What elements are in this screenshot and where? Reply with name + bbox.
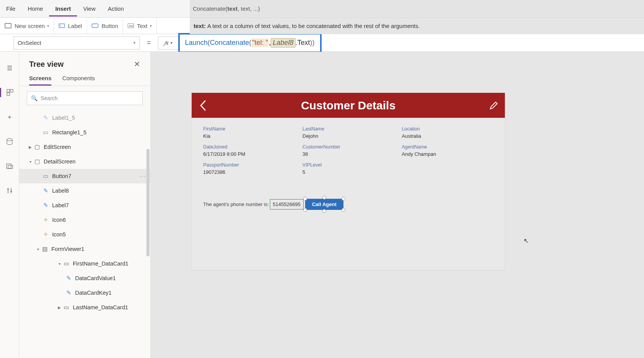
advanced-tools-icon[interactable] bbox=[5, 186, 14, 195]
back-icon[interactable] bbox=[192, 100, 214, 111]
screen-icon: ▢ bbox=[34, 144, 41, 150]
param-description: A text or a column of text values, to be… bbox=[207, 23, 420, 29]
new-screen-button[interactable]: New screen ▾ bbox=[0, 18, 54, 34]
call-agent-button[interactable]: Call Agent bbox=[305, 199, 343, 210]
insert-icon[interactable]: ＋ bbox=[5, 112, 14, 122]
sig-param-active: text bbox=[227, 5, 238, 12]
icon-icon: ✧ bbox=[42, 231, 49, 238]
insert-label-text: Label bbox=[68, 23, 82, 29]
property-row: OnSelect ▾ = 𝑓x ▾ Launch(Concatenate("te… bbox=[0, 34, 644, 52]
property-selector[interactable]: OnSelect ▾ bbox=[13, 36, 140, 49]
label-icon bbox=[59, 23, 65, 29]
screen-icon: ▢ bbox=[34, 158, 41, 165]
tab-screens[interactable]: Screens bbox=[29, 75, 51, 86]
property-name: OnSelect bbox=[18, 40, 41, 46]
hamburger-icon[interactable]: ☰ bbox=[5, 63, 14, 73]
edit-icon[interactable] bbox=[483, 101, 505, 111]
canvas[interactable]: Customer Details FirstName LastName Loca… bbox=[151, 52, 644, 358]
scrollbar-thumb[interactable] bbox=[146, 149, 150, 256]
resize-handle[interactable] bbox=[303, 197, 307, 201]
formula-bar[interactable]: Launch(Concatenate("tel: ", Label8.Text)… bbox=[178, 33, 322, 53]
field-label-firstname: FirstName bbox=[203, 125, 295, 132]
chevron-down-icon[interactable]: ▾ bbox=[34, 247, 41, 251]
tree-view-panel: Tree view ✕ Screens Components 🔍 Search … bbox=[19, 52, 151, 358]
left-rail: ☰ ＋ bbox=[0, 52, 19, 358]
label-icon: ✎ bbox=[42, 188, 49, 194]
tree-item-detailscreen[interactable]: ▾ ▢ DetailScreen bbox=[19, 154, 150, 169]
tree-item-lastname-datacard1[interactable]: ▶ ▭ LastName_DataCard1 bbox=[19, 300, 150, 315]
tree-item-icon6[interactable]: ✧ Icon6 bbox=[19, 213, 150, 227]
tree-list[interactable]: ✎ Label1_5 ▭ Rectangle1_5 ▶ ▢ EditScreen… bbox=[19, 111, 150, 348]
app-screen: Customer Details FirstName LastName Loca… bbox=[192, 93, 505, 270]
menu-view[interactable]: View bbox=[77, 1, 102, 16]
resize-handle[interactable] bbox=[303, 208, 307, 212]
tree-item-label: Label1_5 bbox=[52, 115, 75, 121]
tree-item-rectangle1-5[interactable]: ▭ Rectangle1_5 bbox=[19, 125, 150, 140]
chevron-down-icon[interactable]: ▾ bbox=[56, 262, 63, 266]
chevron-down-icon[interactable]: ▾ bbox=[27, 160, 34, 164]
insert-label-button[interactable]: Label bbox=[54, 18, 87, 34]
fx-button[interactable]: 𝑓x ▾ bbox=[158, 36, 180, 49]
menu-insert[interactable]: Insert bbox=[49, 1, 77, 16]
chevron-right-icon[interactable]: ▶ bbox=[27, 145, 34, 149]
tree-item-formviewer1[interactable]: ▾ ▤ FormViewer1 bbox=[19, 242, 150, 256]
more-icon[interactable]: ··· bbox=[140, 173, 146, 179]
tree-item-datacardkey1[interactable]: ✎ DataCardKey1 bbox=[19, 285, 150, 300]
tree-view-title: Tree view bbox=[29, 60, 64, 69]
tree-item-datacardvalue1[interactable]: ✎ DataCardValue1 bbox=[19, 271, 150, 285]
tree-item-button7[interactable]: ▭ Button7 ··· bbox=[19, 169, 150, 183]
screen-icon bbox=[5, 23, 12, 28]
insert-button-button[interactable]: Button bbox=[87, 18, 123, 34]
tree-item-firstname-datacard1[interactable]: ▾ ▭ FirstName_DataCard1 bbox=[19, 256, 150, 271]
close-icon[interactable]: ✕ bbox=[134, 59, 140, 69]
tab-components[interactable]: Components bbox=[62, 75, 95, 86]
insert-text-button[interactable]: Abc Text ▾ bbox=[123, 18, 157, 34]
function-signature: Concatenate( text , text, ...) bbox=[190, 0, 644, 18]
formula-token-concat: Concatenate bbox=[210, 39, 249, 47]
resize-handle[interactable] bbox=[342, 208, 345, 212]
tree-item-label: DataCardValue1 bbox=[75, 275, 116, 281]
app-header: Customer Details bbox=[192, 93, 505, 118]
field-label-passport: PassportNumber bbox=[203, 161, 295, 168]
tree-item-label: Icon6 bbox=[52, 217, 66, 223]
svg-rect-0 bbox=[5, 23, 11, 28]
svg-rect-7 bbox=[7, 93, 10, 96]
field-label-customernumber: CustomerNumber bbox=[302, 143, 394, 150]
tree-item-icon5[interactable]: ✧ Icon5 bbox=[19, 227, 150, 242]
tree-item-label1-5[interactable]: ✎ Label1_5 bbox=[19, 111, 150, 125]
parameter-hint: text: A text or a column of text values,… bbox=[190, 18, 644, 34]
tree-item-label7[interactable]: ✎ Label7 bbox=[19, 198, 150, 213]
chevron-down-icon: ▾ bbox=[133, 40, 136, 45]
tree-item-label: DataCardKey1 bbox=[75, 290, 112, 296]
menu-file[interactable]: File bbox=[0, 1, 21, 16]
tree-item-editscreen[interactable]: ▶ ▢ EditScreen bbox=[19, 140, 150, 154]
button-icon: ▭ bbox=[42, 173, 49, 179]
menu-home[interactable]: Home bbox=[21, 1, 49, 16]
sig-params-rest: , text, ...) bbox=[238, 5, 260, 12]
menu-action[interactable]: Action bbox=[102, 1, 130, 16]
resize-handle[interactable] bbox=[322, 196, 326, 200]
rectangle-icon: ▭ bbox=[42, 129, 49, 135]
tree-view-icon[interactable] bbox=[0, 88, 19, 97]
form-icon: ▤ bbox=[41, 246, 48, 252]
chevron-right-icon[interactable]: ▶ bbox=[56, 305, 63, 310]
call-agent-selection[interactable]: Call Agent bbox=[305, 199, 343, 210]
resize-handle[interactable] bbox=[342, 197, 345, 201]
equals-sign: = bbox=[140, 39, 158, 47]
tree-search-input[interactable]: 🔍 Search bbox=[27, 91, 143, 105]
app-body: FirstName LastName Location Kia Dejohn A… bbox=[192, 118, 505, 217]
search-placeholder: Search bbox=[41, 95, 58, 101]
resize-handle[interactable] bbox=[322, 209, 326, 213]
details-grid: FirstName LastName Location Kia Dejohn A… bbox=[203, 125, 493, 177]
datacard-icon: ▭ bbox=[63, 304, 70, 310]
media-icon[interactable] bbox=[5, 162, 14, 171]
tree-item-label8[interactable]: ✎ Label8 bbox=[19, 183, 150, 198]
svg-rect-2 bbox=[92, 24, 98, 28]
svg-rect-10 bbox=[8, 165, 13, 168]
icon-icon: ✧ bbox=[42, 217, 49, 223]
field-value-viplevel: 5 bbox=[302, 169, 394, 177]
data-icon[interactable] bbox=[5, 137, 14, 146]
phone-row: The agent's phone number is: 5145526695 … bbox=[203, 199, 493, 210]
tree-item-label: Icon5 bbox=[52, 231, 66, 238]
chevron-down-icon: ▾ bbox=[47, 24, 49, 28]
